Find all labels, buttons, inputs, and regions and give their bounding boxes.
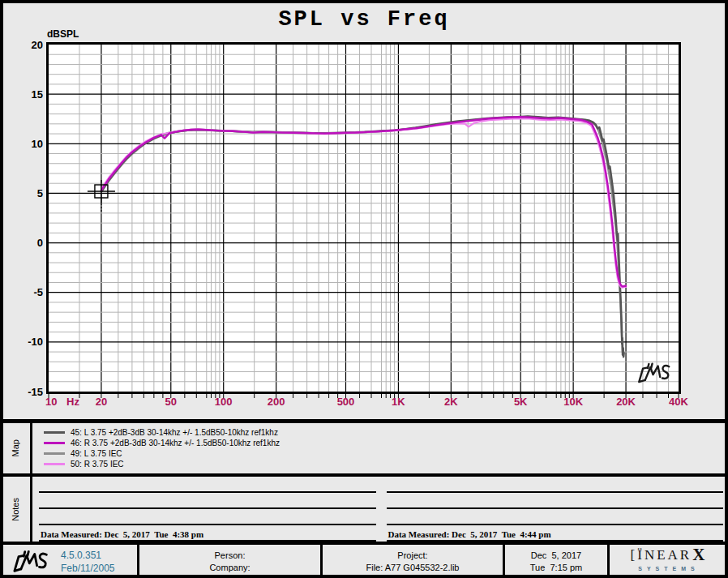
x-tick-label: 20K — [616, 396, 636, 408]
data-measured-left: Data Measured: Dec 5, 2017 Tue 4:38 pm — [41, 529, 203, 539]
software-version: 4.5.0.351 — [61, 549, 115, 562]
plot-area[interactable] — [49, 45, 679, 392]
x-tick-label: 10 — [45, 396, 57, 408]
footer-date: Dec 5, 2017 — [531, 550, 581, 562]
linearx-logo: [ÏNEARX SYSTEMS — [610, 545, 728, 578]
legend-item-46[interactable]: 46: R 3.75 +2dB-3dB 30-14khz +/- 1.5dB50… — [41, 438, 280, 448]
legend-item-50[interactable]: 50: R 3.75 IEC — [41, 459, 280, 469]
x-tick-label: 1K — [392, 396, 405, 408]
software-version-block: 4.5.0.351 Feb/11/2005 — [61, 549, 115, 575]
person-label: Person: — [215, 550, 246, 562]
x-tick-label: 5K — [514, 396, 528, 408]
legend-swatch — [44, 431, 65, 434]
spl-frequency-plot[interactable]: 1020501002005001K2K5K10K20K40KHz20151050… — [0, 0, 728, 419]
notes-panel: Notes Data Measured: Dec 5, 2017 Tue 4:3… — [0, 477, 728, 545]
footer-cell-person[interactable]: Person: Company: — [139, 545, 323, 578]
y-tick-label: -5 — [33, 286, 43, 298]
lms-graph-window: SPL vs Freq dBSPL 1020501002005001K2K5K1… — [0, 0, 728, 578]
legend-item-45[interactable]: 45: L 3.75 +2dB-3dB 30-14khz +/- 1.5dB50… — [41, 427, 280, 438]
legend-swatch — [44, 463, 65, 465]
notes-panel-label: Notes — [0, 477, 32, 542]
legend-swatch — [44, 452, 65, 455]
curve-legend: 45: L 3.75 +2dB-3dB 30-14khz +/- 1.5dB50… — [32, 423, 280, 473]
project-label: Project: — [397, 550, 427, 562]
linearx-brand-name: [ÏNEAR — [631, 548, 692, 562]
footer-time: Tue 7:15 pm — [530, 562, 582, 574]
x-tick-label: 50 — [165, 396, 177, 408]
y-tick-label: 5 — [37, 187, 43, 199]
legend-swatch — [44, 442, 65, 444]
linearx-brand-x: X — [692, 548, 707, 562]
footer-cell-software: 4.5.0.351 Feb/11/2005 — [0, 545, 139, 578]
lms-script-logo — [13, 550, 47, 570]
legend-label: 49: L 3.75 IEC — [71, 449, 122, 458]
note-line[interactable] — [387, 493, 724, 509]
linearx-brand-sub: SYSTEMS — [638, 563, 699, 575]
y-tick-label: 0 — [37, 237, 43, 249]
map-panel-label: Map — [0, 423, 32, 473]
notes-column-left: Data Measured: Dec 5, 2017 Tue 4:38 pm — [39, 477, 376, 542]
project-file: File: A77 G045532-2.lib — [366, 562, 460, 574]
x-tick-label: 20 — [96, 396, 107, 408]
notes-column-right: Data Measured: Dec 5, 2017 Tue 4:44 pm — [387, 477, 724, 542]
y-tick-label: 20 — [32, 39, 43, 51]
legend-label: 46: R 3.75 +2dB-3dB 30-14khz +/- 1.5dB50… — [71, 439, 280, 447]
lms-logo — [6, 549, 54, 575]
legend-label: 50: R 3.75 IEC — [71, 460, 124, 469]
data-measured-right: Data Measured: Dec 5, 2017 Tue 4:44 pm — [388, 529, 551, 539]
notes-content: Data Measured: Dec 5, 2017 Tue 4:38 pm D… — [32, 477, 728, 542]
y-tick-label: 10 — [32, 138, 43, 150]
footer-cell-project[interactable]: Project: File: A77 G045532-2.lib — [323, 545, 505, 578]
x-tick-label: 100 — [215, 396, 233, 408]
x-tick-label: 200 — [268, 396, 285, 408]
x-tick-label: 40K — [669, 396, 688, 408]
map-panel: Map 45: L 3.75 +2dB-3dB 30-14khz +/- 1.5… — [0, 419, 728, 477]
x-tick-label: 2K — [444, 396, 458, 408]
note-line[interactable] — [39, 509, 376, 525]
note-line[interactable] — [387, 477, 724, 493]
x-tick-label: 500 — [337, 396, 355, 408]
legend-item-49[interactable]: 49: L 3.75 IEC — [41, 448, 280, 459]
note-line[interactable] — [39, 477, 376, 493]
y-tick-label: -15 — [28, 386, 43, 398]
note-line[interactable] — [39, 493, 376, 509]
x-tick-label: 10K — [563, 396, 583, 408]
legend-label: 45: L 3.75 +2dB-3dB 30-14khz +/- 1.5dB50… — [71, 428, 278, 437]
y-tick-label: 15 — [32, 88, 43, 101]
footer-bar: 4.5.0.351 Feb/11/2005 Person: Company: P… — [0, 545, 728, 578]
software-version-date: Feb/11/2005 — [61, 562, 115, 575]
note-line[interactable] — [387, 509, 724, 525]
note-line[interactable]: Data Measured: Dec 5, 2017 Tue 4:38 pm — [39, 525, 376, 542]
note-line[interactable]: Data Measured: Dec 5, 2017 Tue 4:44 pm — [387, 525, 724, 542]
y-tick-label: -10 — [28, 336, 43, 348]
footer-cell-datetime: Dec 5, 2017 Tue 7:15 pm — [505, 545, 610, 578]
x-axis-unit-label: Hz — [66, 396, 79, 408]
company-label: Company: — [209, 562, 250, 574]
